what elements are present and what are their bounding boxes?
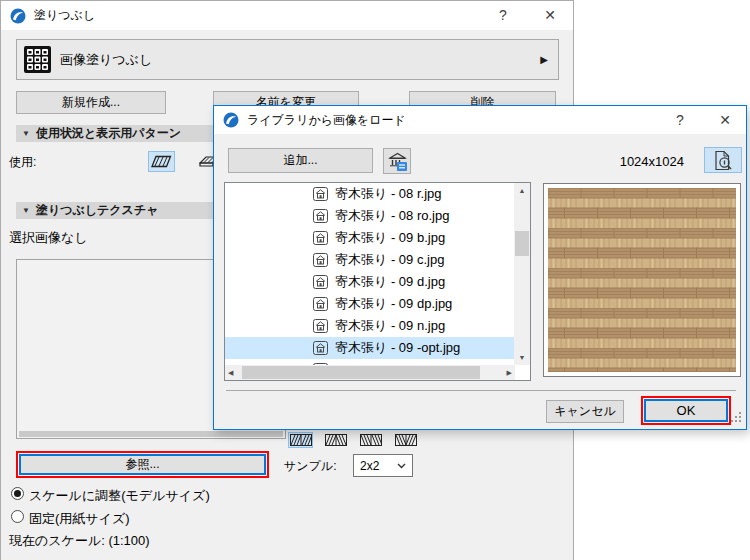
dialog-title: ライブラリから画像をロード [247,112,406,129]
preview-icon [713,150,733,171]
app-logo-icon [10,8,26,24]
submenu-arrow-icon: ▶ [540,54,548,65]
image-file-icon [313,187,328,201]
image-file-icon [313,275,328,289]
file-name: 寄木張り - 09 dp.jpg [335,295,452,313]
list-item[interactable]: 寄木張り - 09 b.jpg [225,227,515,249]
resize-grip[interactable] [731,412,742,426]
image-preview-pane [543,183,741,377]
file-name: 寄木張り - 09 -opt.jpg [335,339,460,357]
load-dialog-titlebar[interactable]: ライブラリから画像をロード ? ✕ [214,106,746,134]
parquet-texture-image [548,188,736,372]
horizontal-scrollbar[interactable]: ◀ ▶ [225,365,515,380]
file-name: 寄木張り - 09 c.jpg [335,251,444,269]
scale-adjust-radio[interactable] [11,487,24,500]
texture-section-title: 塗りつぶしテクスチャ [36,202,159,219]
scroll-up-icon[interactable]: ▲ [514,187,530,194]
fill-type-selector[interactable]: 画像塗りつぶし ▶ [16,39,559,80]
file-list: 寄木張り - 08 r.jpg 寄木張り - 08 ro.jpg 寄木張り - … [224,182,531,381]
list-item-selected[interactable]: 寄木張り - 09 -opt.jpg [225,337,515,359]
collapse-icon: ▼ [22,206,30,215]
footer-divider [226,390,736,391]
scroll-down-icon[interactable]: ▼ [514,354,530,361]
help-button[interactable]: ? [483,1,523,30]
browse-annotation-highlight: 参照... [16,451,269,478]
library-icon [388,152,407,171]
scroll-left-icon[interactable]: ◀ [228,369,233,377]
scroll-right-icon[interactable]: ▶ [507,369,512,377]
library-button[interactable] [383,148,411,174]
image-fill-icon [24,46,51,73]
dialog-title: 塗りつぶし [34,7,95,24]
preview-toggle-button[interactable] [704,147,742,173]
horizontal-scroll-thumb[interactable] [242,366,480,379]
list-item[interactable]: 寄木張り - 09 c.jpg [225,249,515,271]
image-file-icon [313,231,328,245]
scale-adjust-label: スケールに調整(モデルサイズ) [29,487,210,505]
mirror-x-button[interactable] [323,432,348,448]
file-name: 寄木張り - 08 ro.jpg [335,207,449,225]
vertical-scrollbar[interactable]: ▲ ▼ [514,183,530,365]
chevron-down-icon [397,463,406,469]
cut-fill-toggle[interactable] [148,151,175,172]
usage-section-title: 使用状況と表示用パターン [36,125,181,142]
collapse-icon: ▼ [22,129,30,138]
image-file-icon [313,297,328,311]
help-button[interactable]: ? [660,106,700,134]
file-name: 寄木張り - 08 r.jpg [335,185,442,203]
ok-annotation-highlight: OK [641,396,731,425]
sample-dropdown[interactable]: 2x2 [353,454,413,477]
mirror-none-button[interactable] [288,432,313,448]
file-name: 寄木張り - 09 n.jpg [335,317,445,335]
cancel-button[interactable]: キャンセル [546,400,624,423]
fill-dialog-titlebar[interactable]: 塗りつぶし ? ✕ [1,1,573,30]
add-button[interactable]: 追加... [228,148,373,173]
mirror-y-button[interactable] [358,432,383,448]
list-item[interactable]: 寄木張り - 09 n.jpg [225,315,515,337]
sample-label: サンプル: [284,458,336,475]
ok-button[interactable]: OK [644,399,728,422]
no-image-label: 選択画像なし [9,229,88,247]
browse-button[interactable]: 参照... [19,454,266,475]
list-item[interactable]: 寄木張り - 08 ro.jpg [225,205,515,227]
texture-preview-scrollbar[interactable] [19,431,283,437]
current-scale-text: 現在のスケール: (1:100) [9,532,150,550]
close-button[interactable]: ✕ [706,106,744,134]
file-name: 寄木張り - 09 b.jpg [335,229,445,247]
list-item[interactable]: 寄木張り - 09 dp.jpg [225,293,515,315]
file-name: 寄木張り - 09 d.jpg [335,273,445,291]
image-file-icon [313,341,328,355]
fill-type-label: 画像塗りつぶし [60,51,152,69]
mirror-xy-button[interactable] [393,432,418,448]
app-logo-icon [223,112,239,128]
cut-fill-icon [151,155,172,168]
list-item[interactable]: 寄木張り - 08 r.jpg [225,183,515,205]
vertical-scroll-thumb[interactable] [515,231,529,256]
resolution-text: 1024x1024 [594,154,684,169]
new-button[interactable]: 新規作成... [16,91,166,114]
usage-label: 使用: [9,154,36,171]
list-item[interactable]: 寄木張り - 09 d.jpg [225,271,515,293]
load-image-dialog: ライブラリから画像をロード ? ✕ 追加... 1024x1024 [213,105,747,430]
file-list-viewport: 寄木張り - 08 r.jpg 寄木張り - 08 ro.jpg 寄木張り - … [225,183,515,365]
image-file-icon [313,253,328,267]
fixed-size-radio[interactable] [11,510,24,523]
fixed-size-label: 固定(用紙サイズ) [29,510,130,528]
sample-value: 2x2 [360,459,379,473]
image-file-icon [313,319,328,333]
image-file-icon [313,209,328,223]
close-button[interactable]: ✕ [529,1,571,30]
